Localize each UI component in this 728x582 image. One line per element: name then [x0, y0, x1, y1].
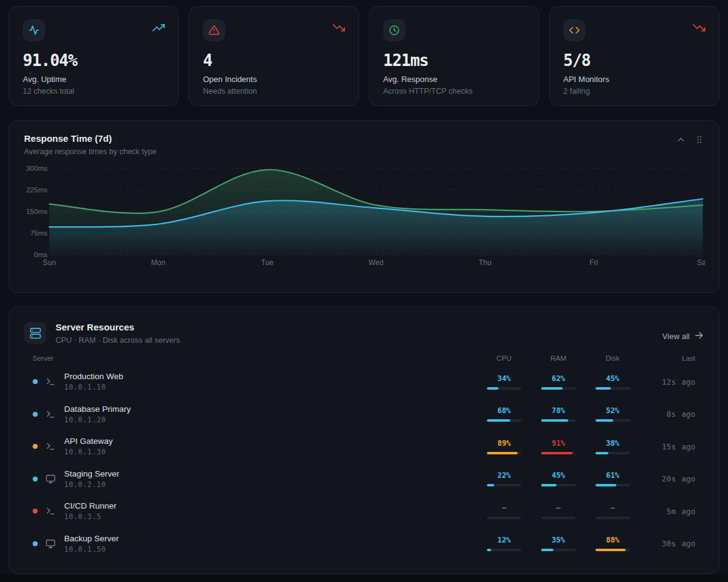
server-icon	[24, 322, 46, 344]
table-header: Server CPU RAM Disk Last	[24, 355, 704, 362]
last-checked: 20sago	[640, 474, 695, 483]
server-cell: CI/CD Runner 10.0.3.5	[33, 501, 477, 521]
ram-bar	[541, 387, 576, 390]
stat-sub: Needs attention	[203, 87, 345, 96]
ram-value: 91%	[552, 439, 565, 448]
server-cell: Backup Server 10.0.1.50	[33, 534, 477, 554]
cpu-metric: 22%	[477, 471, 531, 486]
disk-metric: 52%	[585, 406, 640, 422]
server-cell: Staging Server 10.0.2.10	[33, 469, 477, 489]
server-name: CI/CD Runner	[64, 501, 117, 510]
server-ip: 10.0.3.5	[64, 512, 117, 521]
ram-bar	[541, 452, 576, 454]
server-name: API Gateway	[64, 436, 113, 446]
server-row[interactable]: Production Web 10.0.1.10 34% 62% 45% 12s…	[24, 366, 704, 398]
status-dot	[33, 412, 38, 417]
drag-handle[interactable]	[695, 134, 704, 147]
disk-bar	[595, 484, 630, 486]
last-checked-unit: ago	[681, 507, 695, 516]
svg-text:0ms: 0ms	[34, 251, 48, 258]
ram-bar	[541, 484, 576, 486]
ram-metric: 78%	[531, 406, 585, 422]
disk-metric: 61%	[585, 471, 640, 486]
stats-row: 91.04% Avg. Uptime 12 checks total 4 Ope…	[9, 6, 719, 106]
cpu-value: 12%	[497, 536, 511, 544]
disk-value: 52%	[606, 406, 619, 415]
stat-value: 5/8	[563, 51, 705, 70]
cpu-bar	[487, 484, 521, 486]
stat-card-response: 121ms Avg. Response Across HTTP/TCP chec…	[369, 6, 539, 106]
monitor-icon	[46, 539, 56, 549]
last-checked-unit: ago	[681, 442, 695, 451]
last-checked-value: 15s	[662, 442, 676, 451]
stat-label: Avg. Response	[383, 75, 525, 84]
svg-text:Thu: Thu	[479, 258, 492, 267]
cpu-value: 68%	[497, 406, 511, 415]
ram-metric: 45%	[531, 471, 585, 486]
ram-value: 35%	[552, 536, 565, 544]
stat-label: API Monitors	[563, 75, 705, 84]
ram-value: 62%	[552, 374, 565, 383]
last-checked-value: 5m	[666, 507, 676, 516]
terminal-icon	[46, 506, 56, 516]
trending-up-icon	[152, 22, 165, 36]
cpu-value: –	[502, 504, 506, 512]
server-row[interactable]: Backup Server 10.0.1.50 12% 35% 88% 30sa…	[24, 528, 704, 560]
ram-value: –	[556, 504, 560, 512]
last-checked-unit: ago	[681, 474, 695, 483]
stat-sub: 12 checks total	[23, 87, 165, 96]
stat-value: 4	[203, 51, 345, 70]
terminal-icon	[46, 409, 56, 419]
collapse-button[interactable]	[676, 134, 686, 147]
last-checked: 5mago	[640, 507, 695, 516]
terminal-icon	[46, 377, 56, 387]
disk-bar	[595, 419, 630, 422]
code-icon	[563, 19, 585, 41]
cpu-metric: 12%	[477, 536, 531, 551]
server-cell: API Gateway 10.0.1.30	[33, 436, 477, 456]
svg-text:150ms: 150ms	[26, 208, 48, 215]
svg-text:Tue: Tue	[261, 258, 274, 267]
view-all-button[interactable]: View all	[662, 330, 704, 342]
trending-down-icon	[693, 22, 705, 36]
stat-card-uptime: 91.04% Avg. Uptime 12 checks total	[9, 6, 179, 106]
clock-icon	[383, 19, 405, 41]
server-card-title: Server Resources	[56, 322, 180, 332]
disk-metric: 88%	[585, 536, 640, 551]
server-row[interactable]: CI/CD Runner 10.0.3.5 – – – 5mago	[24, 495, 704, 528]
col-cpu: CPU	[477, 355, 531, 362]
cpu-metric: 68%	[477, 406, 531, 422]
activity-icon	[23, 19, 45, 41]
stat-value: 121ms	[383, 51, 525, 70]
server-cell: Production Web 10.0.1.10	[33, 372, 477, 391]
server-resources-card: Server Resources CPU · RAM · Disk across…	[9, 306, 719, 574]
svg-text:Sun: Sun	[43, 258, 56, 267]
server-row[interactable]: Database Primary 10.0.1.20 68% 78% 52% 8…	[24, 398, 704, 431]
status-dot	[33, 379, 38, 384]
server-row[interactable]: Staging Server 10.0.2.10 22% 45% 61% 20s…	[24, 463, 704, 496]
response-time-card: Response Time (7d) Average response time…	[9, 120, 719, 293]
status-dot	[33, 444, 38, 449]
arrow-right-icon	[694, 330, 704, 342]
ram-metric: –	[531, 504, 585, 519]
ram-bar	[541, 549, 576, 551]
ram-value: 78%	[552, 406, 565, 415]
chevron-up-icon	[676, 134, 686, 147]
ram-metric: 91%	[531, 439, 585, 454]
server-ip: 10.0.2.10	[64, 480, 119, 489]
cpu-value: 89%	[497, 439, 511, 448]
server-row[interactable]: API Gateway 10.0.1.30 89% 91% 38% 15sago	[24, 430, 704, 463]
monitor-icon	[46, 474, 56, 484]
cpu-value: 34%	[497, 374, 511, 383]
status-dot	[33, 541, 38, 546]
svg-text:Wed: Wed	[368, 258, 383, 267]
disk-value: 88%	[606, 536, 619, 544]
disk-metric: –	[585, 504, 640, 519]
server-cell: Database Primary 10.0.1.20	[33, 404, 477, 424]
col-last: Last	[640, 355, 695, 362]
cpu-metric: 34%	[477, 374, 531, 390]
ram-metric: 62%	[531, 374, 585, 390]
disk-metric: 45%	[585, 374, 640, 390]
stat-card-api-monitors: 5/8 API Monitors 2 failing	[549, 6, 719, 106]
server-rows: Production Web 10.0.1.10 34% 62% 45% 12s…	[24, 366, 704, 560]
